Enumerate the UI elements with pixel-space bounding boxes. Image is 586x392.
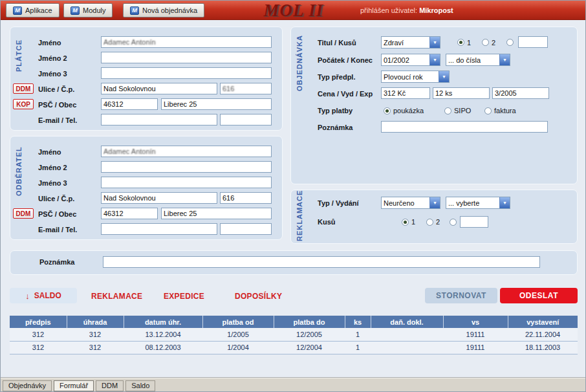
column-header[interactable]: úhrada — [67, 316, 124, 328]
pocatek-select-value: 01/2002 — [382, 56, 429, 64]
module-icon: M — [130, 6, 139, 15]
odberatel-ddm-button[interactable]: DDM — [13, 208, 34, 219]
odberatel-ulice-label: Ulice / Č.p. — [38, 195, 74, 202]
objednavka-poznamka-field[interactable] — [381, 121, 548, 133]
platce-jmeno3-field[interactable] — [101, 67, 272, 79]
column-header[interactable]: vs — [443, 316, 508, 328]
platce-kop-button[interactable]: KOP — [13, 99, 34, 109]
reklamace-kusu-radio-other[interactable] — [450, 219, 457, 226]
typ-predpl-select[interactable]: Plovoucí rok ▼ — [381, 71, 450, 83]
module-icon: M — [71, 6, 80, 15]
cena-field[interactable]: 312 Kč — [381, 87, 430, 99]
platce-panel-title: PLÁTCE — [15, 39, 23, 72]
saldo-table-body: 31231213.12.20041/200512/200511911122.11… — [10, 328, 578, 354]
reklamace-kusu-custom-field[interactable] — [460, 216, 488, 228]
kusu-radio-1[interactable] — [457, 39, 464, 46]
column-header[interactable]: platba od — [202, 316, 274, 328]
chevron-down-icon[interactable]: ▼ — [429, 197, 440, 208]
odberatel-psc-label: PSČ / Obec — [38, 210, 76, 218]
platce-ddm-button[interactable]: DDM — [13, 83, 34, 94]
kusu-radio-2[interactable] — [482, 39, 489, 46]
konec-select[interactable]: ... do čísla ▼ — [446, 54, 510, 66]
reklamace-kusu-radio-2[interactable] — [426, 219, 433, 226]
odberatel-jmeno3-field[interactable] — [101, 177, 272, 188]
aplikace-button[interactable]: M Aplikace — [6, 3, 60, 17]
odberatel-email-field[interactable] — [101, 223, 217, 235]
chevron-down-icon[interactable]: ▼ — [429, 37, 440, 48]
platba-radio-sipo[interactable] — [444, 107, 451, 114]
kusu-radio-other[interactable] — [506, 39, 514, 46]
column-header[interactable]: daň. dokl. — [371, 316, 443, 328]
platce-jmeno2-field[interactable] — [101, 52, 272, 63]
platba-radio-faktura-label: faktura — [494, 107, 516, 114]
titul-select[interactable]: Zdraví ▼ — [381, 36, 440, 49]
kusu-custom-field[interactable] — [518, 36, 548, 48]
pocatek-select[interactable]: 01/2002 ▼ — [381, 54, 440, 66]
odberatel-ulice-field[interactable]: Nad Sokolovnou — [101, 192, 217, 204]
platce-ulice-label: Ulice / Č.p. — [38, 85, 74, 93]
statusbar-tab-ddm[interactable]: DDM — [96, 380, 124, 391]
reklamace-link[interactable]: REKLAMACE — [91, 292, 142, 301]
reklamace-kusu-radio-1[interactable] — [402, 219, 409, 226]
typ-predpl-label: Typ předpl. — [318, 73, 355, 81]
exp-field[interactable]: 3/2005 — [492, 87, 549, 99]
nova-objednavka-button-label: Nová objednávka — [142, 6, 197, 14]
saldo-table: předpisúhradadatum úhr.platba odplatba d… — [10, 316, 578, 354]
chevron-down-icon[interactable]: ▼ — [439, 71, 449, 82]
statusbar-tab-saldo[interactable]: Saldo — [125, 380, 155, 391]
chevron-down-icon[interactable]: ▼ — [499, 197, 510, 208]
platce-cp-field[interactable]: 616 — [220, 83, 272, 94]
platce-psc-label: PSČ / Obec — [38, 101, 76, 109]
table-row[interactable]: 31231213.12.20041/200512/200511911122.11… — [10, 328, 578, 341]
column-header[interactable]: platba do — [274, 316, 345, 328]
platce-tel-field[interactable] — [220, 114, 272, 125]
doposilky-link[interactable]: DOPOSÍLKY — [235, 292, 282, 301]
moduly-button[interactable]: M Moduly — [63, 3, 113, 17]
table-row[interactable]: 31231208.12.20031/200412/200411911118.11… — [10, 341, 578, 354]
app-window: M Aplikace M Moduly M Nová objednávka MO… — [0, 0, 586, 392]
odberatel-obec-field[interactable]: Liberec 25 — [161, 208, 272, 219]
typ-platby-label: Typ platby — [318, 107, 353, 114]
statusbar-tab-formular[interactable]: Formulář — [54, 380, 94, 391]
platce-jmeno2-label: Jméno 2 — [38, 54, 67, 62]
statusbar-tab-objednavky[interactable]: Objednávky — [3, 380, 52, 391]
odberatel-tel-field[interactable] — [220, 223, 272, 235]
odberatel-cp-field[interactable]: 616 — [220, 192, 272, 204]
app-logo: MOL II — [264, 1, 324, 21]
saldo-link[interactable]: ↓ SALDO — [10, 288, 77, 303]
vyd-field[interactable]: 12 ks — [433, 87, 490, 99]
platce-ulice-field[interactable]: Nad Sokolovnou — [101, 83, 217, 94]
saldo-link-label: SALDO — [34, 291, 61, 300]
titul-select-value: Zdraví — [382, 39, 429, 47]
platce-jmeno-field[interactable]: Adamec Antonín — [101, 36, 272, 48]
column-header[interactable]: datum úhr. — [124, 316, 202, 328]
column-header[interactable]: ks — [345, 316, 371, 328]
reklamace-vydani-select[interactable]: ... vyberte ▼ — [446, 197, 510, 209]
poznamka-field[interactable] — [103, 256, 540, 268]
odeslat-button[interactable]: ODESLAT — [500, 288, 578, 303]
nova-objednavka-button[interactable]: M Nová objednávka — [123, 3, 204, 17]
odberatel-psc-field[interactable]: 46312 — [101, 208, 158, 219]
chevron-down-icon[interactable]: ▼ — [429, 54, 440, 65]
platba-radio-poukazka[interactable] — [384, 107, 391, 114]
platce-email-field[interactable] — [101, 114, 217, 125]
column-header[interactable]: předpis — [10, 316, 67, 328]
platce-obec-field[interactable]: Liberec 25 — [161, 98, 272, 110]
column-header[interactable]: vystavení — [508, 316, 578, 328]
platce-psc-field[interactable]: 46312 — [101, 98, 158, 110]
stornovat-button[interactable]: STORNOVAT — [425, 288, 497, 303]
poznamka-label: Poznámka — [39, 258, 74, 266]
reklamace-kusu-label: Kusů — [318, 218, 336, 226]
odberatel-jmeno-label: Jméno — [38, 148, 61, 156]
odberatel-jmeno-field[interactable]: Adamec Antonín — [101, 146, 272, 157]
expedice-link[interactable]: EXPEDICE — [164, 292, 204, 301]
platba-radio-faktura[interactable] — [484, 107, 492, 114]
statusbar: ObjednávkyFormulářDDMSaldo — [1, 378, 585, 392]
reklamace-typ-select[interactable]: Neurčeno ▼ — [381, 197, 440, 209]
odberatel-jmeno2-field[interactable] — [101, 161, 272, 173]
odberatel-email-label: E-mail / Tel. — [38, 226, 77, 234]
module-icon: M — [13, 6, 22, 15]
moduly-button-label: Moduly — [83, 6, 105, 14]
kusu-radio-2-label: 2 — [492, 39, 495, 47]
chevron-down-icon[interactable]: ▼ — [499, 54, 510, 65]
